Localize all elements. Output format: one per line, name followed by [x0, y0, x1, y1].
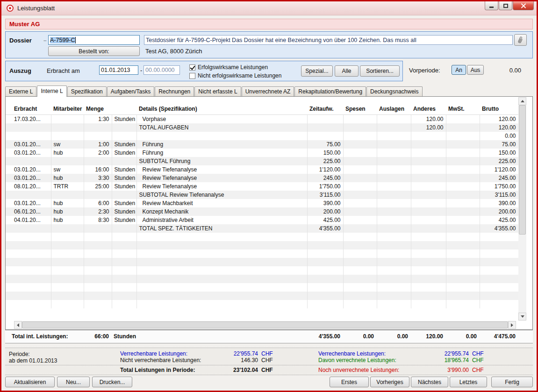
- footer-divider: [5, 365, 533, 365]
- date-to-input[interactable]: 00.00.0000: [143, 65, 180, 75]
- table-row[interactable]: SUBTOTAL Review Tiefenanalyse3'115.003'1…: [6, 191, 518, 199]
- tab-deckungsnachweis[interactable]: Deckungsnachweis: [366, 86, 422, 96]
- checkbox-erfolgswirksame[interactable]: Erfolgswirksame Leistungen: [189, 64, 268, 71]
- arrow-right-icon: [511, 323, 513, 327]
- table-row[interactable]: TOTAL SPEZ. TÄTIGKEITEN4'355.004'355.00: [6, 224, 518, 233]
- vorperiode-label: Vorperiode:: [409, 67, 440, 74]
- column-header-mitarbeiter[interactable]: Mitarbeiter: [51, 97, 84, 114]
- dossier-code-input[interactable]: A-7599-C: [48, 35, 140, 45]
- column-header-brutto[interactable]: Brutto: [480, 97, 518, 114]
- tab-unverrechnete-az[interactable]: Unverrechnete AZ: [242, 86, 294, 96]
- totals-einheit: Stunden: [111, 330, 136, 343]
- table-row[interactable]: 08.01.20...TRTR25:00StundenReview Tiefen…: [6, 182, 518, 191]
- horizontal-scroll-thumb[interactable]: [22, 321, 508, 328]
- titlebar[interactable]: Leistungsblatt: [1, 1, 537, 15]
- column-header-mwst-[interactable]: MwSt.: [446, 97, 480, 114]
- leistungen-table: ErbrachtMitarbeiterMengeDetails (Spezifi…: [6, 97, 519, 308]
- naechstes-button[interactable]: Nächstes: [411, 377, 448, 387]
- table-row[interactable]: TOTAL AUFGABEN120.00120.00: [6, 123, 518, 132]
- arrow-down-icon: [521, 315, 524, 318]
- vertical-scrollbar[interactable]: [518, 97, 526, 321]
- column-header-einheit[interactable]: [112, 97, 136, 114]
- close-icon: [520, 3, 526, 9]
- minimize-button[interactable]: [485, 1, 498, 10]
- totals-anderes: 120.00: [410, 330, 445, 343]
- table-row[interactable]: 06.01.20...hub2:30StundenKonzept Mechani…: [6, 207, 518, 216]
- horizontal-scrollbar[interactable]: [14, 321, 516, 329]
- app-window: Leistungsblatt Muster AG Dossier .. A-75…: [0, 0, 538, 392]
- scroll-right-button[interactable]: [508, 321, 516, 329]
- verrechenbare-label-right: Verrechenbare Leistungen:: [318, 350, 386, 357]
- vertical-scroll-thumb[interactable]: [519, 105, 526, 235]
- attachment-button[interactable]: [514, 34, 527, 46]
- currency-label: CHF: [472, 357, 484, 363]
- scroll-left-button[interactable]: [14, 321, 22, 329]
- table-row[interactable]: 03.01.20...hub2:00StundenFührung150.0015…: [6, 149, 518, 157]
- date-from-input[interactable]: 01.01.2013: [99, 65, 138, 75]
- vorperiode-value: 0.00: [490, 67, 521, 74]
- tab-externe-l[interactable]: Externe L: [5, 86, 36, 96]
- davon-verrechnete-value: 18'965.74: [412, 357, 469, 363]
- totals-auslagen: 0.00: [376, 330, 410, 343]
- sortieren-button[interactable]: Sortieren...: [360, 65, 400, 77]
- total-periode-value: 23'102.04: [201, 367, 258, 373]
- vorperiode-an-button[interactable]: An: [452, 65, 466, 75]
- table-row-empty: [6, 275, 518, 283]
- table-row[interactable]: 17.03.20...1:30StundenVorphase120.00120.…: [6, 114, 518, 123]
- spezial-button[interactable]: Spezial...: [301, 65, 333, 77]
- tab-nicht-erfasste-l[interactable]: Nicht erfasste L: [194, 86, 241, 96]
- auszug-label: Auszug: [9, 67, 31, 74]
- table-row-empty: [6, 292, 518, 300]
- bestellt-von-button[interactable]: Bestellt von:: [48, 46, 140, 56]
- arrow-left-icon: [17, 323, 19, 327]
- tab-spezifikation[interactable]: Spezifikation: [67, 86, 107, 96]
- nicht-verrechenbare-value: 146.30: [201, 357, 258, 363]
- column-header-zeitaufw-[interactable]: Zeitaufw.: [307, 97, 343, 114]
- tab-rechnungen[interactable]: Rechnungen: [155, 86, 194, 96]
- dossier-lookup-dots[interactable]: ..: [43, 36, 47, 43]
- table-row[interactable]: SUBTOTAL Führung225.00225.00: [6, 157, 518, 165]
- vorperiode-aus-button[interactable]: Aus: [467, 65, 484, 75]
- neu-button[interactable]: Neu...: [57, 377, 90, 387]
- maximize-icon: [503, 4, 508, 8]
- column-header-details-spezifikation-[interactable]: Details (Spezifikation): [136, 97, 307, 114]
- text-caret: [75, 37, 76, 43]
- letztes-button[interactable]: Letztes: [450, 377, 487, 387]
- dossier-description-input[interactable]: Testdossier für A-7599-C-Projekt Das Dos…: [144, 35, 513, 45]
- checkbox-nicht-erfolgswirksame-box: [189, 73, 195, 79]
- column-header-anderes[interactable]: Anderes: [411, 97, 446, 114]
- selected-text: A-7599-C: [50, 37, 75, 43]
- auszug-section: Auszug Erbracht am 01.01.2013 - 00.00.00…: [5, 61, 403, 81]
- checkbox-nicht-erfolgswirksame[interactable]: Nicht erfolgswirksame Leistungen: [189, 72, 281, 79]
- table-row-empty: [6, 233, 518, 241]
- tab-aufgaben-tasks[interactable]: Aufgaben/Tasks: [107, 86, 154, 96]
- scroll-up-button[interactable]: [518, 97, 526, 105]
- drucken-button[interactable]: Drucken...: [92, 377, 132, 387]
- close-button[interactable]: [513, 1, 534, 10]
- aktualisieren-button[interactable]: Aktualisieren: [5, 377, 55, 387]
- table-row[interactable]: 0.00: [6, 132, 518, 140]
- vorheriges-button[interactable]: Vorheriges: [370, 377, 409, 387]
- column-header-menge[interactable]: Menge: [84, 97, 112, 114]
- maximize-button[interactable]: [499, 1, 512, 10]
- tab-strip: Externe LInterne LSpezifikationAufgaben/…: [5, 86, 423, 96]
- table-row-empty: [6, 258, 518, 266]
- table-row[interactable]: 03.01.20...hub3:30StundenReview Tiefenan…: [6, 174, 518, 182]
- grid-header-row: ErbrachtMitarbeiterMengeDetails (Spezifi…: [6, 97, 518, 114]
- scroll-down-button[interactable]: [518, 313, 526, 321]
- table-row[interactable]: 03.01.20...hub6:00StundenReview Machbark…: [6, 199, 518, 207]
- fertig-button[interactable]: Fertig: [491, 377, 533, 387]
- alle-button[interactable]: Alle: [335, 65, 359, 77]
- column-header-auslagen[interactable]: Auslagen: [377, 97, 411, 114]
- column-header-spesen[interactable]: Spesen: [343, 97, 377, 114]
- tab-rekapitulation-bewertung[interactable]: Rekapitulation/Bewertung: [294, 86, 366, 96]
- window-title: Leistungsblatt: [17, 5, 55, 12]
- column-header-erbracht[interactable]: Erbracht: [6, 97, 51, 114]
- periode-value: ab dem 01.01.2013: [9, 357, 57, 364]
- table-row[interactable]: 04.01.20...hub8:30StundenAdministrative …: [6, 216, 518, 224]
- table-row[interactable]: 03.01.20...sw16:00StundenReview Tiefenan…: [6, 165, 518, 174]
- erstes-button[interactable]: Erstes: [330, 377, 369, 387]
- periode-label: Periode:: [9, 351, 30, 357]
- table-row[interactable]: 03.01.20...sw1:00StundenFührung75.0075.0…: [6, 140, 518, 149]
- tab-interne-l[interactable]: Interne L: [37, 86, 66, 97]
